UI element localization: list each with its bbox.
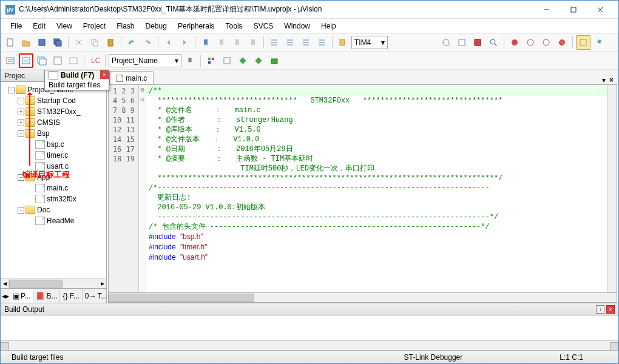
tree-node[interactable]: stm32f0x	[2, 194, 105, 204]
close-button[interactable]	[587, 1, 614, 18]
cut-button[interactable]	[72, 35, 86, 50]
open-button[interactable]	[19, 35, 33, 50]
menu-project[interactable]: Project	[78, 21, 110, 32]
batch-build-button[interactable]	[50, 53, 65, 68]
new-file-button[interactable]	[3, 35, 18, 50]
tree-node[interactable]: -Doc	[2, 204, 105, 215]
download-button[interactable]: LOAD	[87, 53, 102, 68]
manage-button[interactable]	[204, 53, 218, 68]
editor-body[interactable]: 1 2 3 4 5 6 7 8 9 10 11 12 13 14 15 16 1…	[108, 84, 617, 293]
paste-button[interactable]	[103, 35, 118, 50]
menu-view[interactable]: View	[52, 21, 77, 32]
build-output-body[interactable]	[1, 315, 618, 340]
menu-tools[interactable]: Tools	[221, 21, 248, 32]
translate-button[interactable]	[3, 53, 18, 68]
debug-button[interactable]	[439, 35, 453, 50]
editor-hscroll[interactable]	[108, 293, 617, 303]
tree-node[interactable]: ReadMe	[2, 215, 105, 226]
target-options-button[interactable]	[183, 53, 197, 68]
undo-button[interactable]	[124, 35, 139, 50]
bookmark-toggle-button[interactable]	[198, 35, 213, 50]
project-tree[interactable]: 编译目标工程 -Project_Name-Startup Cod+STM32F0…	[1, 82, 106, 278]
bookmark-clear-button[interactable]	[246, 35, 260, 50]
rte-button[interactable]	[251, 53, 266, 68]
rebuild-button[interactable]	[35, 53, 49, 68]
bp-insert-button[interactable]	[507, 35, 522, 50]
menu-help[interactable]: Help	[316, 21, 341, 32]
tab-scroll-left[interactable]: ◂▸	[1, 289, 10, 303]
bp-kill-button[interactable]	[555, 35, 569, 50]
indent-button[interactable]	[267, 35, 282, 50]
pack-install-button[interactable]	[235, 53, 250, 68]
options-button[interactable]	[455, 35, 469, 50]
tab-dropdown-button[interactable]: ▾	[602, 76, 606, 84]
editor-close-button[interactable]: ×	[609, 76, 614, 84]
comment-button[interactable]	[299, 35, 313, 50]
maximize-button[interactable]	[560, 1, 587, 18]
nav-fwd-button[interactable]	[177, 35, 192, 50]
menu-debug[interactable]: Debug	[141, 21, 172, 32]
tree-toggle[interactable]: -	[18, 130, 24, 137]
tab-functions[interactable]: {} F...	[60, 289, 82, 303]
books-button[interactable]	[470, 35, 485, 50]
menu-peripherals[interactable]: Peripherals	[173, 21, 220, 32]
tree-toggle[interactable]: +	[18, 109, 24, 115]
stop-build-button[interactable]	[66, 53, 81, 68]
bp-disable-button[interactable]	[539, 35, 553, 50]
menu-svcs[interactable]: SVCS	[249, 21, 279, 32]
configure-button[interactable]	[592, 35, 606, 50]
build-button[interactable]	[19, 53, 33, 68]
vertical-scrollbar[interactable]	[607, 85, 617, 292]
build-output-scroll[interactable]	[1, 340, 618, 350]
minimize-button[interactable]	[533, 1, 560, 18]
annotation-arrow	[29, 93, 30, 166]
code-view[interactable]: /** ******************************** STM…	[146, 85, 607, 292]
tree-node[interactable]: -Bsp	[2, 128, 105, 139]
svg-point-18	[512, 39, 518, 46]
search-combo[interactable]: TIM4▾	[351, 36, 388, 49]
bookmark-next-button[interactable]	[230, 35, 245, 50]
build-output-title: Build Output	[4, 305, 44, 314]
menu-window[interactable]: Window	[279, 21, 315, 32]
titlebar: µV C:\Users\Administrator\Desktop\STM32F…	[1, 1, 618, 19]
target-select[interactable]: Project_Name▾	[109, 54, 181, 67]
menu-flash[interactable]: Flash	[112, 21, 139, 32]
tab-templates[interactable]: 0→T...	[83, 289, 106, 303]
tree-toggle[interactable]: -	[18, 207, 24, 214]
redo-button[interactable]	[140, 35, 155, 50]
menu-file[interactable]: File	[5, 21, 27, 32]
editor-tab-main-c[interactable]: main.c	[109, 71, 154, 84]
tree-node[interactable]: -Startup Cod	[2, 95, 105, 106]
tree-label: main.c	[47, 184, 68, 192]
fold-column[interactable]: ⊟ ⊟	[139, 85, 146, 292]
find-in-files-button[interactable]	[336, 35, 350, 50]
outdent-button[interactable]	[283, 35, 297, 50]
tree-node[interactable]: +STM32F0xx_	[2, 106, 105, 117]
uncomment-button[interactable]	[314, 35, 329, 50]
tree-toggle[interactable]: -	[8, 87, 15, 93]
save-all-button[interactable]	[50, 35, 65, 50]
bookmark-prev-button[interactable]	[214, 35, 229, 50]
tree-node[interactable]: bsp.c	[2, 139, 105, 150]
tree-hscroll[interactable]: ◂ ▸	[1, 278, 106, 288]
file-ext-button[interactable]	[220, 53, 234, 68]
tree-node[interactable]: timer.c	[2, 150, 105, 161]
build-close-button[interactable]: ×	[606, 305, 615, 314]
window-layout-button[interactable]	[576, 35, 590, 50]
find-button[interactable]	[486, 35, 501, 50]
pack-button[interactable]	[267, 53, 282, 68]
tree-node[interactable]: main.c	[2, 183, 105, 194]
build-output-header[interactable]: Build Output ⟂ ×	[1, 303, 618, 315]
tree-toggle[interactable]: -	[18, 98, 24, 104]
menu-edit[interactable]: Edit	[28, 21, 50, 32]
tab-project[interactable]: ▣P...	[10, 289, 33, 303]
save-button[interactable]	[35, 35, 49, 50]
tree-toggle[interactable]: +	[18, 120, 24, 126]
build-pin-button[interactable]: ⟂	[596, 305, 604, 314]
nav-back-button[interactable]	[161, 35, 176, 50]
tree-node[interactable]: +CMSIS	[2, 117, 105, 128]
copy-button[interactable]	[87, 35, 102, 50]
bp-enable-button[interactable]	[523, 35, 538, 50]
tooltip-close-icon[interactable]: ×	[100, 70, 109, 79]
tab-books[interactable]: 📕B...	[33, 289, 60, 303]
